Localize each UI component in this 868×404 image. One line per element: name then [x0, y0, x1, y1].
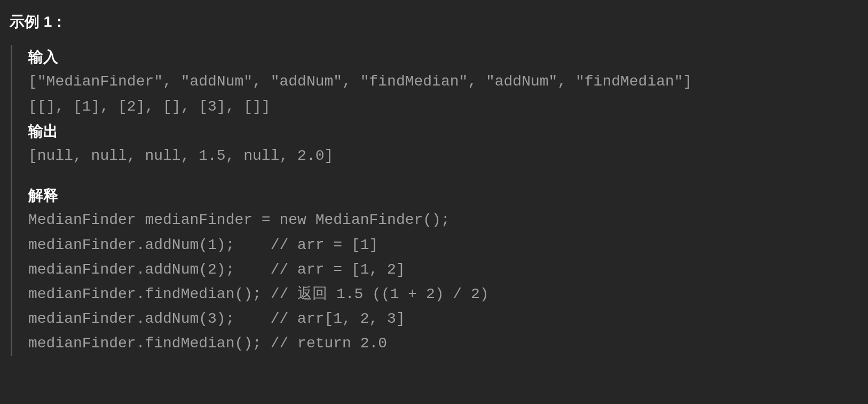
- explain-line-2: medianFinder.addNum(1); // arr = [1]: [28, 233, 858, 258]
- input-label: 输入: [28, 45, 858, 69]
- explain-line-3: medianFinder.addNum(2); // arr = [1, 2]: [28, 258, 858, 282]
- example-block: 输入 ["MedianFinder", "addNum", "addNum", …: [11, 45, 858, 356]
- explain-line-1: MedianFinder medianFinder = new MedianFi…: [28, 208, 858, 232]
- output-line: [null, null, null, 1.5, null, 2.0]: [28, 144, 858, 168]
- example-section: 示例 1： 输入 ["MedianFinder", "addNum", "add…: [0, 0, 868, 366]
- explain-label: 解释: [28, 183, 858, 208]
- explain-line-6: medianFinder.findMedian(); // return 2.0: [28, 331, 858, 356]
- input-ops-line: ["MedianFinder", "addNum", "addNum", "fi…: [28, 69, 858, 94]
- blank-line: [28, 168, 858, 183]
- output-label: 输出: [28, 119, 858, 144]
- explain-line-4: medianFinder.findMedian(); // 返回 1.5 ((1…: [28, 282, 858, 307]
- explain-line-5: medianFinder.addNum(3); // arr[1, 2, 3]: [28, 307, 858, 331]
- example-heading: 示例 1：: [10, 10, 858, 34]
- input-args-line: [[], [1], [2], [], [3], []]: [28, 95, 858, 119]
